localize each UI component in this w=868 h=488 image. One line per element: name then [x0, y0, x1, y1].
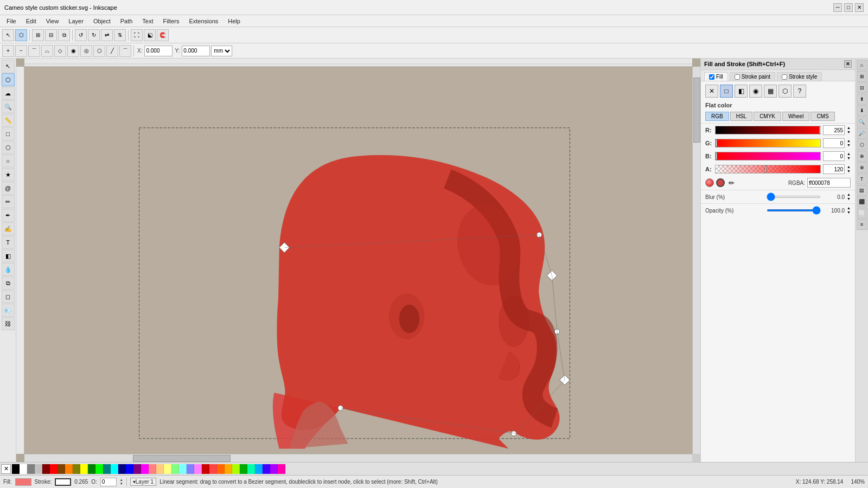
g-value-input[interactable]: [823, 138, 845, 148]
right-icon-2[interactable]: ⊞: [857, 71, 867, 82]
tweak-tool[interactable]: ☁: [2, 87, 15, 100]
measure-tool[interactable]: 📏: [2, 114, 15, 127]
palette-color-28[interactable]: [225, 464, 232, 474]
menu-item-text[interactable]: Text: [138, 17, 157, 25]
node-delete-btn[interactable]: −: [15, 45, 27, 57]
snapping-btn[interactable]: 🧲: [157, 29, 169, 41]
rotate-ccw-btn[interactable]: ↺: [75, 29, 87, 41]
rect-tool[interactable]: □: [2, 127, 15, 140]
right-icon-12[interactable]: ▤: [857, 185, 867, 196]
right-icon-6[interactable]: 🔍: [857, 117, 867, 127]
opacity-stepper[interactable]: ▲ ▼: [120, 478, 123, 486]
fill-linear-btn[interactable]: ◧: [735, 85, 748, 98]
eraser-tool[interactable]: ◻: [2, 290, 15, 303]
palette-color-26[interactable]: [209, 464, 217, 474]
color-tab-wheel[interactable]: Wheel: [782, 112, 809, 121]
palette-color-29[interactable]: [232, 464, 240, 474]
node-symmetric-btn[interactable]: ◎: [80, 45, 92, 57]
palette-color-6[interactable]: [58, 464, 65, 474]
zoom-fit-btn[interactable]: ⊞: [32, 29, 44, 41]
right-icon-15[interactable]: ≡: [857, 219, 867, 230]
a-slider[interactable]: [715, 165, 821, 174]
node-add-btn[interactable]: +: [2, 45, 14, 57]
menu-item-extensions[interactable]: Extensions: [184, 17, 222, 25]
palette-color-5[interactable]: [50, 464, 58, 474]
connector-tool[interactable]: ⛓: [2, 317, 15, 330]
minimize-button[interactable]: ─: [833, 3, 842, 12]
star-tool[interactable]: ★: [2, 168, 15, 181]
opacity-spinner[interactable]: ▲ ▼: [847, 206, 851, 215]
palette-color-19[interactable]: [156, 464, 164, 474]
zoom-page-btn[interactable]: ⊟: [45, 29, 57, 41]
right-icon-10[interactable]: ⊗: [857, 162, 867, 173]
palette-color-31[interactable]: [247, 464, 255, 474]
color-dropper-icon[interactable]: ✏: [727, 178, 736, 187]
select-tool-btn[interactable]: ↖: [2, 29, 14, 41]
zoom-selection-btn[interactable]: ⧉: [58, 29, 70, 41]
palette-color-15[interactable]: [126, 464, 133, 474]
palette-color-10[interactable]: [88, 464, 95, 474]
pen-tool[interactable]: ✒: [2, 209, 15, 222]
palette-color-4[interactable]: [42, 464, 50, 474]
node-join-btn[interactable]: ⌒: [28, 45, 40, 57]
palette-color-16[interactable]: [133, 464, 141, 474]
tab-stroke-paint[interactable]: Stroke paint: [730, 72, 775, 81]
ellipse-tool[interactable]: ○: [2, 155, 15, 168]
dropper-tool[interactable]: 💧: [2, 263, 15, 276]
color-tab-hsl[interactable]: HSL: [730, 112, 752, 121]
color-tab-rgb[interactable]: RGB: [705, 112, 729, 121]
node-cusp-btn[interactable]: ◇: [54, 45, 66, 57]
palette-color-8[interactable]: [73, 464, 80, 474]
node-break-btn[interactable]: ⌓: [41, 45, 53, 57]
maximize-button[interactable]: □: [844, 3, 853, 12]
node-smooth-btn[interactable]: ◉: [67, 45, 79, 57]
x-input[interactable]: [144, 46, 173, 56]
no-color-swatch[interactable]: ✕: [1, 464, 11, 474]
panel-close-btn[interactable]: ✕: [844, 60, 852, 68]
color-tab-cms[interactable]: CMS: [810, 112, 834, 121]
palette-color-12[interactable]: [103, 464, 111, 474]
blur-slider[interactable]: [767, 196, 821, 198]
fill-pattern-btn[interactable]: ▦: [764, 85, 777, 98]
fill-radial-btn[interactable]: ◉: [749, 85, 762, 98]
right-icon-13[interactable]: ⬛: [857, 196, 867, 207]
r-value-input[interactable]: [823, 125, 845, 135]
palette-color-3[interactable]: [35, 464, 42, 474]
palette-color-32[interactable]: [255, 464, 263, 474]
g-spinner[interactable]: ▲ ▼: [847, 139, 851, 147]
fill-tool[interactable]: ⧉: [2, 277, 15, 290]
vertical-scrollbar[interactable]: [692, 67, 700, 454]
opacity-field[interactable]: [100, 478, 117, 486]
a-value-input[interactable]: [823, 164, 845, 174]
palette-color-22[interactable]: [179, 464, 187, 474]
menu-item-filters[interactable]: Filters: [159, 17, 184, 25]
stroke-paint-checkbox[interactable]: [735, 74, 740, 80]
palette-color-13[interactable]: [111, 464, 118, 474]
menu-item-view[interactable]: View: [42, 17, 63, 25]
palette-color-27[interactable]: [217, 464, 225, 474]
palette-color-35[interactable]: [278, 464, 285, 474]
fill-none-btn[interactable]: ✕: [705, 85, 718, 98]
rgba-input[interactable]: [807, 178, 851, 188]
flip-h-btn[interactable]: ⇄: [101, 29, 113, 41]
3dbox-tool[interactable]: ⬡: [2, 141, 15, 154]
fill-checkbox[interactable]: [709, 74, 714, 80]
fill-unset-btn[interactable]: ?: [793, 85, 806, 98]
palette-color-33[interactable]: [263, 464, 270, 474]
menu-item-layer[interactable]: Layer: [64, 17, 88, 25]
unit-select[interactable]: mmpxinpt: [211, 46, 232, 56]
palette-color-0[interactable]: [12, 464, 20, 474]
color-fill-icon[interactable]: [716, 178, 725, 187]
opacity-slider[interactable]: [767, 209, 821, 211]
seg-curve-btn[interactable]: ⌒: [119, 45, 131, 57]
fill-swatch-btn[interactable]: ⬡: [778, 85, 792, 98]
a-spinner[interactable]: ▲ ▼: [847, 165, 851, 174]
text-tool[interactable]: T: [2, 236, 15, 249]
layer-indicator[interactable]: ▾Layer 1: [130, 478, 156, 486]
palette-color-2[interactable]: [27, 464, 35, 474]
menu-item-file[interactable]: File: [2, 17, 21, 25]
palette-color-7[interactable]: [65, 464, 73, 474]
seg-line-btn[interactable]: ╱: [106, 45, 118, 57]
pencil-tool[interactable]: ✏: [2, 195, 15, 208]
right-icon-9[interactable]: ⊕: [857, 151, 867, 162]
